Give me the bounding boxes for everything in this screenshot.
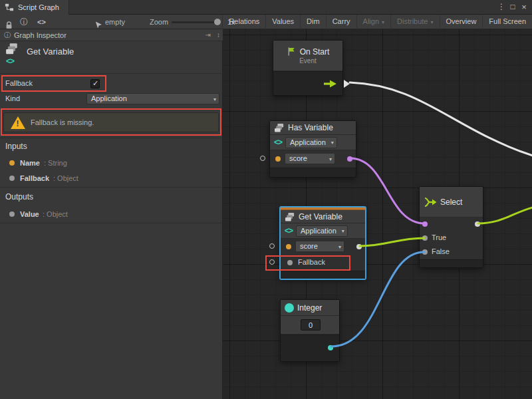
inspector-title: Graph Inspector <box>14 29 66 41</box>
flow-output-port[interactable] <box>344 80 350 88</box>
value-output-port[interactable] <box>328 345 333 350</box>
variable-dropdown[interactable]: score <box>285 153 335 164</box>
wire-layer <box>223 29 532 399</box>
code-icon: <> <box>274 138 282 147</box>
divider <box>0 138 223 138</box>
unity-script-graph-window: Script Graph ⋮ □ × ⓘ <> empty Zoom 1x Re… <box>0 0 532 399</box>
node-title: Has Variable <box>288 123 333 132</box>
wire-onstart-flow[interactable] <box>350 82 532 156</box>
node-title: Get Variable <box>299 212 342 221</box>
node-subtitle: Event <box>299 57 317 65</box>
false-input-port[interactable] <box>422 249 428 255</box>
value-output-port[interactable] <box>356 244 362 249</box>
input-port-dot <box>9 176 15 181</box>
graph-inspector-panel: ⓘ Graph Inspector ⇥ ↕ <> Get Variable Fa… <box>0 29 223 399</box>
wire-select-output[interactable] <box>478 207 532 223</box>
carry-button[interactable]: Carry <box>326 15 356 29</box>
overview-button[interactable]: Overview <box>440 15 483 29</box>
name-input-port[interactable] <box>275 156 281 162</box>
graph-toolbar: ⓘ <> empty Zoom 1x Relations Values Dim … <box>0 15 532 29</box>
true-port-label: True <box>432 233 446 241</box>
scope-dropdown[interactable]: Application <box>285 137 337 148</box>
variables-icon <box>5 43 19 55</box>
tab-title: Script Graph <box>18 3 59 11</box>
unconnected-input-port[interactable] <box>269 243 275 249</box>
code-icon: <> <box>6 57 14 66</box>
input-row-name: Name : String <box>0 158 223 168</box>
outputs-heading: Outputs <box>5 192 33 201</box>
divider <box>0 223 223 223</box>
inspect-toggle-icon[interactable]: ⓘ <box>20 15 28 29</box>
output-row-value: Value : Object <box>0 209 223 219</box>
node-get-variable[interactable]: Get Variable <> Application score Fallba… <box>280 207 366 279</box>
fallback-field-row: Fallback <box>0 76 223 92</box>
true-input-port[interactable] <box>422 235 428 241</box>
output-port-dot <box>9 211 15 217</box>
toolbar-button-group: Relations Values Dim Carry Align Distrib… <box>222 15 532 29</box>
align-dropdown-button[interactable]: Align <box>356 15 390 29</box>
output-type: : Object <box>43 209 68 219</box>
name-input-port[interactable] <box>286 244 291 249</box>
unconnected-input-port[interactable] <box>260 156 265 161</box>
input-name: Name <box>20 158 40 168</box>
window-menu-icon[interactable]: ⋮ <box>496 0 507 15</box>
node-title: Select <box>440 198 462 207</box>
inputs-heading: Inputs <box>5 142 27 151</box>
integer-icon <box>285 303 294 313</box>
output-name: Value <box>20 209 39 219</box>
zoom-slider-handle[interactable] <box>214 19 221 25</box>
node-select[interactable]: Select True False <box>419 186 483 268</box>
divider <box>0 187 223 188</box>
variables-icon <box>274 123 285 132</box>
input-row-fallback: Fallback : Object <box>0 173 223 184</box>
result-output-port[interactable] <box>347 156 352 162</box>
dim-button[interactable]: Dim <box>300 15 326 29</box>
selection-output-port[interactable] <box>475 221 480 227</box>
graph-context-label: empty <box>105 15 125 29</box>
node-on-start[interactable]: On Start Event <box>273 40 343 96</box>
unconnected-input-port[interactable] <box>269 259 275 265</box>
input-port-dot <box>9 160 15 166</box>
zoom-label: Zoom <box>150 15 168 29</box>
wire-getvariable-to-select-true[interactable] <box>360 238 424 246</box>
titlebar: Script Graph ⋮ □ × <box>0 0 532 15</box>
select-icon <box>424 197 437 207</box>
input-type: : String <box>44 158 67 168</box>
info-icon: ⓘ <box>4 29 11 41</box>
distribute-dropdown-button[interactable]: Distribute <box>390 15 439 29</box>
integer-value-input[interactable]: 0 <box>301 319 321 331</box>
relations-button[interactable]: Relations <box>222 15 265 29</box>
kind-dropdown[interactable]: Application <box>86 93 219 104</box>
code-icon: <> <box>285 226 293 235</box>
code-preview-icon[interactable]: <> <box>37 15 46 29</box>
full-screen-button[interactable]: Full Screen <box>482 15 532 29</box>
node-has-variable[interactable]: Has Variable <> Application score <box>269 120 356 178</box>
inspector-header: ⓘ Graph Inspector ⇥ ↕ <box>0 29 223 41</box>
variable-dropdown[interactable]: score <box>295 241 344 252</box>
node-integer[interactable]: Integer 0 <box>280 299 340 362</box>
scroll-toggle-icon[interactable]: ↕ <box>217 29 220 41</box>
close-icon[interactable]: × <box>519 0 529 15</box>
values-button[interactable]: Values <box>265 15 300 29</box>
tab-script-graph[interactable]: Script Graph <box>0 0 69 15</box>
dock-icon[interactable]: ⇥ <box>205 29 211 41</box>
node-title: On Start <box>300 47 330 57</box>
condition-input-port[interactable] <box>422 221 428 227</box>
graph-canvas[interactable]: On Start Event Has Variable <> Applicati… <box>223 29 532 399</box>
flow-arrow-icon <box>323 79 337 88</box>
script-graph-icon <box>5 3 14 12</box>
fallback-input-port[interactable] <box>287 260 293 265</box>
input-type: : Object <box>53 173 78 184</box>
fallback-port-label: Fallback <box>298 258 325 266</box>
warning-text: Fallback is missing. <box>31 113 94 132</box>
dropdown-caret-icon <box>379 17 384 25</box>
dropdown-caret-icon <box>428 17 434 25</box>
warning-box: Fallback is missing. <box>3 112 219 132</box>
scope-dropdown[interactable]: Application <box>296 225 348 237</box>
maximize-icon[interactable]: □ <box>507 0 518 15</box>
zoom-slider-track[interactable] <box>172 21 218 23</box>
fallback-checkbox[interactable] <box>90 79 100 88</box>
warning-icon <box>11 116 25 129</box>
variables-icon <box>285 212 295 221</box>
kind-field-label: Kind <box>5 94 20 102</box>
